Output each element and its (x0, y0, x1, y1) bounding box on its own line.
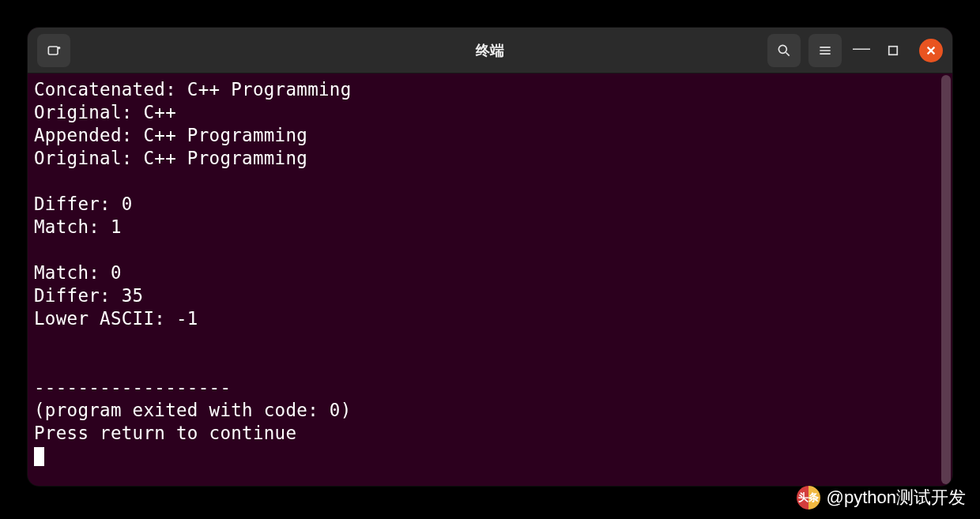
close-icon (925, 45, 937, 56)
search-icon (776, 43, 792, 58)
window-titlebar: 终端 — (28, 28, 952, 73)
hamburger-icon (817, 43, 833, 58)
watermark-logo: 头条 (797, 486, 820, 510)
menu-button[interactable] (808, 34, 842, 67)
svg-point-3 (778, 45, 786, 53)
watermark-handle: @python测试开发 (827, 486, 966, 510)
output-line: Match: 1 (34, 216, 122, 237)
output-line: Concatenated: C++ Programming (34, 79, 352, 100)
search-button[interactable] (767, 34, 801, 67)
titlebar-left (37, 34, 70, 67)
output-line: ------------------ (34, 377, 231, 397)
new-tab-button[interactable] (37, 34, 70, 67)
output-line: Lower ASCII: -1 (34, 308, 198, 329)
output-line: Differ: 35 (34, 285, 143, 306)
output-line: Appended: C++ Programming (34, 125, 307, 145)
close-button[interactable] (919, 39, 943, 62)
minimize-button[interactable]: — (850, 39, 873, 62)
watermark: 头条 @python测试开发 (797, 486, 966, 510)
terminal-window: 终端 — (28, 28, 952, 486)
scrollbar-thumb[interactable] (941, 75, 951, 484)
svg-line-4 (786, 52, 790, 55)
terminal-cursor (34, 447, 44, 466)
maximize-button[interactable] (881, 39, 905, 62)
new-tab-icon (46, 43, 62, 58)
svg-rect-8 (889, 46, 898, 55)
output-line: Original: C++ Programming (34, 148, 307, 168)
window-title: 终端 (476, 41, 504, 60)
terminal-body[interactable]: Concatenated: C++ Programming Original: … (28, 73, 952, 486)
output-line: Match: 0 (34, 262, 122, 283)
terminal-output: Concatenated: C++ Programming Original: … (28, 73, 952, 472)
titlebar-right: — (767, 34, 943, 67)
output-line: Differ: 0 (34, 194, 133, 214)
output-line: Press return to continue (34, 423, 296, 443)
terminal-scrollbar[interactable] (941, 75, 951, 484)
svg-rect-0 (48, 47, 58, 55)
maximize-icon (888, 45, 899, 56)
watermark-logo-text: 头条 (797, 486, 820, 510)
output-line: (program exited with code: 0) (34, 400, 352, 420)
output-line: Original: C++ (34, 102, 176, 122)
minimize-icon: — (853, 38, 870, 58)
